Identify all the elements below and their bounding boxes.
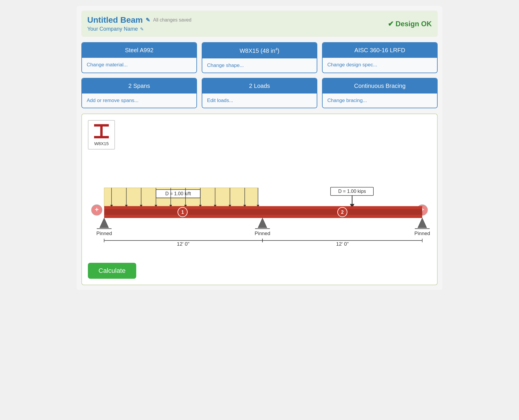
change-shape-link[interactable]: Change shape... — [207, 63, 244, 68]
svg-text:+: + — [95, 206, 99, 213]
svg-marker-32 — [418, 218, 427, 228]
design-spec-card[interactable]: AISC 360-16 LRFD Change design spec... — [322, 42, 438, 73]
bracing-card-body: Change bracing... — [323, 93, 437, 108]
svg-rect-27 — [104, 215, 422, 218]
add-remove-spans-link[interactable]: Add or remove spans... — [87, 98, 139, 103]
shape-card-header: W8X15 (48 in4) — [202, 43, 317, 58]
diagram-section: W8X15 + + D = 1.00 k/ft — [81, 114, 438, 285]
ibeam-icon — [93, 124, 110, 140]
company-name[interactable]: Your Company Name — [87, 26, 138, 32]
svg-rect-0 — [94, 124, 109, 127]
loads-card[interactable]: 2 Loads Edit loads... — [202, 78, 317, 108]
edit-loads-link[interactable]: Edit loads... — [207, 98, 233, 103]
cards-grid: Steel A992 Change material... W8X15 (48 … — [81, 42, 438, 108]
bracing-card-header: Continuous Bracing — [323, 78, 437, 93]
svg-text:2: 2 — [341, 209, 344, 215]
loads-card-header: 2 Loads — [202, 78, 317, 93]
design-status: ✔ Design OK — [388, 20, 432, 28]
header: Untitled Beam ✎ All changes saved Your C… — [81, 11, 438, 37]
material-label: Steel A992 — [125, 47, 154, 53]
bracing-label: Continuous Bracing — [354, 83, 406, 89]
header-left: Untitled Beam ✎ All changes saved Your C… — [87, 15, 191, 32]
svg-rect-2 — [94, 136, 109, 138]
svg-text:12' 0": 12' 0" — [177, 241, 189, 247]
spans-label: 2 Spans — [128, 83, 150, 89]
change-bracing-link[interactable]: Change bracing... — [327, 98, 367, 103]
material-card-header: Steel A992 — [82, 43, 196, 58]
beam-diagram-svg: + + D = 1.00 k/ft — [88, 161, 431, 256]
calculate-button[interactable]: Calculate — [88, 263, 136, 279]
svg-text:D = 1.00 kips: D = 1.00 kips — [338, 188, 366, 193]
spans-card[interactable]: 2 Spans Add or remove spans... — [81, 78, 197, 108]
svg-rect-1 — [100, 127, 103, 136]
change-design-spec-link[interactable]: Change design spec... — [327, 62, 377, 68]
svg-text:Pinned: Pinned — [414, 231, 430, 236]
svg-text:Pinned: Pinned — [254, 231, 270, 236]
change-material-link[interactable]: Change material... — [87, 62, 128, 68]
material-card-body: Change material... — [82, 58, 196, 72]
design-spec-card-body: Change design spec... — [323, 58, 437, 72]
svg-rect-26 — [104, 209, 422, 215]
shape-card-body: Change shape... — [202, 58, 317, 73]
saved-status: All changes saved — [153, 17, 191, 23]
loads-card-body: Edit loads... — [202, 93, 317, 108]
svg-text:1: 1 — [181, 209, 184, 215]
spans-card-header: 2 Spans — [82, 78, 196, 93]
svg-marker-30 — [258, 218, 267, 228]
material-card[interactable]: Steel A992 Change material... — [81, 42, 197, 73]
company-row: Your Company Name ✎ — [87, 26, 191, 32]
loads-label: 2 Loads — [249, 83, 270, 89]
design-spec-card-header: AISC 360-16 LRFD — [323, 43, 437, 58]
beam-diagram: + + D = 1.00 k/ft — [88, 161, 431, 256]
spans-card-body: Add or remove spans... — [82, 93, 196, 108]
bracing-card[interactable]: Continuous Bracing Change bracing... — [322, 78, 438, 108]
header-title-row: Untitled Beam ✎ All changes saved — [87, 15, 191, 25]
shape-label: W8X15 (48 in4) — [239, 47, 279, 54]
company-edit-icon[interactable]: ✎ — [140, 27, 144, 32]
svg-rect-25 — [104, 206, 422, 209]
cross-section-label: W8X15 — [93, 141, 110, 146]
svg-text:12' 0": 12' 0" — [336, 241, 349, 247]
shape-card[interactable]: W8X15 (48 in4) Change shape... — [202, 42, 317, 73]
cross-section-box[interactable]: W8X15 — [88, 120, 115, 150]
beam-title[interactable]: Untitled Beam — [87, 15, 143, 25]
svg-text:D = 1.00 k/ft: D = 1.00 k/ft — [165, 191, 191, 196]
svg-text:Pinned: Pinned — [96, 231, 112, 236]
svg-marker-28 — [100, 218, 109, 228]
design-spec-label: AISC 360-16 LRFD — [354, 47, 405, 53]
title-edit-icon[interactable]: ✎ — [146, 17, 150, 23]
